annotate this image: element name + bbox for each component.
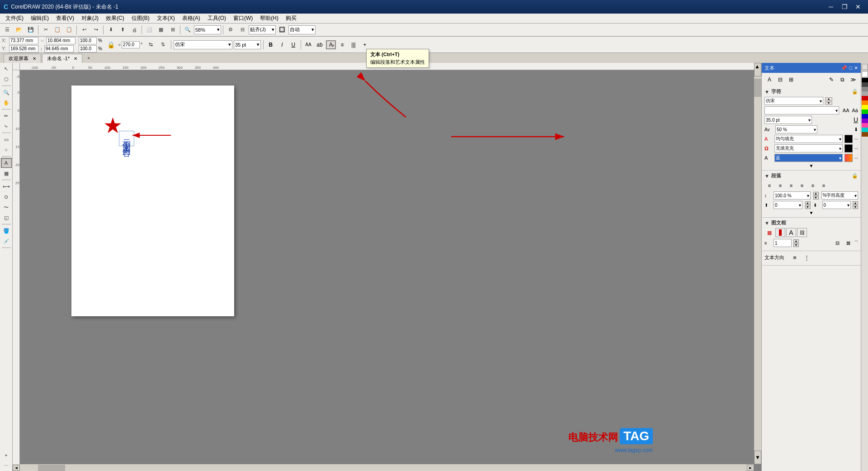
- tool-fill[interactable]: 🪣: [1, 226, 12, 236]
- scroll-v-up[interactable]: ▲: [754, 63, 761, 76]
- tool-shadow[interactable]: ◱: [1, 213, 12, 223]
- font-dropdown[interactable]: 仿宋 ▾: [174, 40, 232, 49]
- menu-file[interactable]: 文件(E): [2, 14, 27, 23]
- highlight-more[interactable]: ···: [854, 156, 858, 161]
- tool-node[interactable]: ⬡: [1, 74, 12, 84]
- minimize-button[interactable]: ─: [825, 2, 837, 11]
- frame-color-btn[interactable]: [775, 228, 785, 237]
- scroll-h-left[interactable]: ◄: [13, 465, 20, 471]
- h-input[interactable]: [44, 45, 74, 52]
- menu-table[interactable]: 表格(A): [179, 14, 204, 23]
- menu-tools[interactable]: 工具(O): [204, 14, 230, 23]
- ap-up[interactable]: ▲: [853, 201, 858, 205]
- lock-ratio-btn[interactable]: 🔒: [106, 40, 117, 50]
- purple-swatch[interactable]: [862, 119, 868, 123]
- gray-swatch[interactable]: [862, 87, 868, 91]
- scroll-vertical[interactable]: ▲ ▼: [754, 63, 761, 464]
- snap-dropdown[interactable]: 贴齐(J) ▾: [249, 25, 276, 34]
- panel-close-icon[interactable]: ✕: [854, 65, 858, 71]
- tool-blend[interactable]: ⟷: [1, 181, 12, 191]
- tab-document[interactable]: 未命名 -1* ✕: [42, 54, 82, 63]
- pink-swatch[interactable]: [862, 123, 868, 128]
- darkgray-swatch[interactable]: [862, 82, 868, 87]
- para-section-lock-icon[interactable]: 🔒: [852, 173, 858, 179]
- line-sp-dn[interactable]: ▼: [813, 196, 819, 200]
- panel-size-dropdown[interactable]: 35.0 pt ▾: [764, 116, 812, 124]
- char-section-lock-icon[interactable]: 🔒: [852, 89, 858, 95]
- tool-zoom[interactable]: 🔍: [1, 87, 12, 97]
- line-spacing-dropdown[interactable]: 100.0 % ▾: [774, 191, 811, 200]
- tool-rect[interactable]: ▭: [1, 134, 12, 144]
- highlight-dropdown[interactable]: 蓝 ▾: [774, 154, 843, 162]
- para-expand-btn[interactable]: ▼: [809, 210, 814, 215]
- tabs-btn[interactable]: |||: [349, 40, 359, 49]
- panel-icon-copy[interactable]: ⧉: [837, 75, 847, 85]
- add-btn[interactable]: +: [360, 40, 370, 49]
- restore-button[interactable]: ❐: [838, 2, 851, 11]
- italic-btn[interactable]: I: [277, 40, 287, 49]
- frame-rows-dn[interactable]: ▼: [793, 243, 799, 247]
- underline-right-icon[interactable]: U: [854, 116, 858, 124]
- font-up-btn[interactable]: ▲: [825, 97, 832, 101]
- para-section-header[interactable]: ▼ 段落 🔒: [764, 172, 858, 179]
- align-center-btn[interactable]: ≡: [775, 181, 785, 190]
- menu-window[interactable]: 窗口(W): [230, 14, 256, 23]
- close-button[interactable]: ✕: [852, 2, 864, 11]
- tool-freehand[interactable]: ✏: [1, 111, 12, 121]
- tool-table[interactable]: ▦: [1, 168, 12, 178]
- frame-rows-up[interactable]: ▲: [793, 239, 799, 243]
- tab-doc-close-icon[interactable]: ✕: [74, 56, 77, 61]
- tool-eyedropper[interactable]: 💉: [1, 236, 12, 246]
- char-section-header[interactable]: ▼ 字符 🔒: [764, 88, 858, 95]
- w-input[interactable]: [46, 37, 75, 44]
- menu-help[interactable]: 帮助(H): [256, 14, 282, 23]
- before-para-input[interactable]: 0 ▾: [774, 201, 802, 209]
- panel-icon-more[interactable]: ≫: [848, 75, 858, 85]
- menu-text[interactable]: 文本(X): [153, 14, 179, 23]
- tool-text[interactable]: A: [1, 158, 12, 168]
- tool-add[interactable]: +: [1, 450, 12, 460]
- align-justify-btn[interactable]: ≡: [797, 181, 807, 190]
- menu-effects[interactable]: 效果(C): [102, 14, 128, 23]
- tb-copy-btn[interactable]: 📋: [52, 25, 63, 35]
- tool-pan[interactable]: ✋: [1, 98, 12, 108]
- format-text-btn[interactable]: ≡: [337, 40, 347, 49]
- y-input[interactable]: [9, 45, 38, 52]
- brown-swatch[interactable]: [862, 132, 868, 137]
- panel-style-dropdown[interactable]: ▾: [764, 106, 839, 114]
- menu-object[interactable]: 对象(J): [78, 14, 102, 23]
- font-size-dropdown[interactable]: 35 pt ▾: [234, 40, 261, 49]
- frame-more-dots[interactable]: ···: [854, 238, 858, 247]
- align-force-btn[interactable]: ≡: [808, 181, 818, 190]
- tb-import-btn[interactable]: ⬇: [105, 25, 116, 35]
- tb-view2-btn[interactable]: ▦: [156, 25, 166, 35]
- line-spacing-unit-dropdown[interactable]: %字符高度 ▾: [821, 191, 859, 200]
- cyan-swatch[interactable]: [862, 128, 868, 132]
- panel-pin-icon[interactable]: 📌: [841, 65, 847, 71]
- tb-options-btn[interactable]: ⚙: [225, 25, 236, 35]
- fill-more1[interactable]: ···: [854, 137, 858, 142]
- panel-icon-frame2[interactable]: ⊞: [786, 75, 796, 85]
- frame-more-btn2[interactable]: ⊠: [844, 238, 854, 247]
- tb-view3-btn[interactable]: ⊞: [167, 25, 178, 35]
- bp-dn[interactable]: ▼: [805, 205, 811, 209]
- text-position-btn[interactable]: ab: [315, 40, 325, 49]
- fill-dropdown2[interactable]: 无填充充 ▾: [774, 144, 843, 152]
- text-properties-btn[interactable]: A ↗: [326, 40, 336, 49]
- red-swatch[interactable]: [862, 96, 868, 100]
- mirror-v-btn[interactable]: ⇅: [158, 40, 169, 50]
- frame-btn1[interactable]: ▦: [764, 228, 774, 237]
- panel-icon-frame1[interactable]: ⊟: [775, 75, 785, 85]
- panel-icon-char[interactable]: A: [764, 75, 774, 85]
- tb-open-btn[interactable]: 📂: [14, 25, 24, 35]
- fill-color2[interactable]: [844, 144, 853, 152]
- frame-section-header[interactable]: ▼ 图文框: [764, 219, 858, 226]
- tb-export-btn[interactable]: ⬆: [117, 25, 128, 35]
- tb-save-btn[interactable]: 💾: [25, 25, 36, 35]
- yellow-swatch[interactable]: [862, 105, 868, 109]
- align-none-btn[interactable]: ≡: [819, 181, 829, 190]
- auto-dropdown[interactable]: 自动 ▾: [288, 25, 316, 34]
- mirror-h-btn[interactable]: ⇆: [146, 40, 156, 50]
- frame-more-btn1[interactable]: ⊟: [833, 238, 843, 247]
- menu-view[interactable]: 查看(V): [52, 14, 78, 23]
